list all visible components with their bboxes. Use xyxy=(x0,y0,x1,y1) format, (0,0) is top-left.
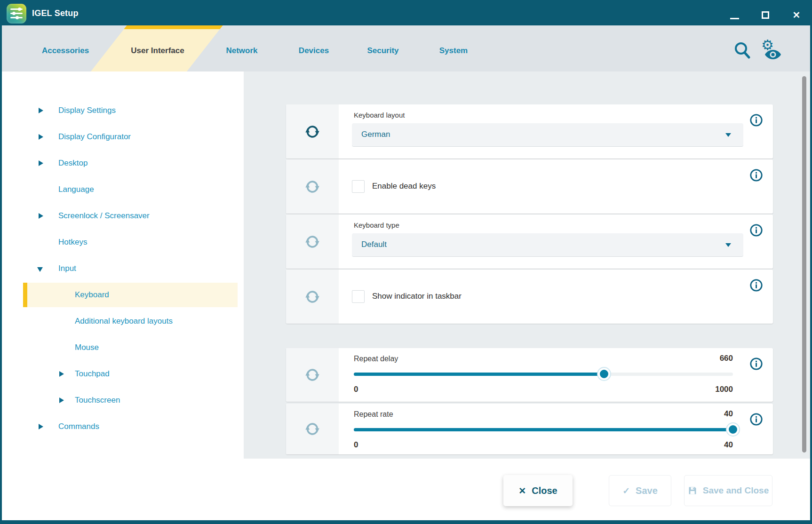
tab-accessories[interactable]: Accessories xyxy=(42,46,89,56)
slider-min: 0 xyxy=(354,440,358,450)
slider-label: Repeat delay xyxy=(354,355,398,363)
info-icon[interactable] xyxy=(750,224,763,237)
chevron-down-icon[interactable] xyxy=(37,267,43,272)
sidebar-item-desktop[interactable]: Desktop xyxy=(2,150,244,176)
chevron-right-icon[interactable] xyxy=(39,134,43,140)
info-icon[interactable] xyxy=(750,169,763,182)
slider-min: 0 xyxy=(354,385,358,394)
sidebar-item-display-settings[interactable]: Display Settings xyxy=(2,97,244,124)
setting-enable-dead-keys: Enable dead keys xyxy=(286,159,773,214)
sidebar-item-language[interactable]: Language xyxy=(2,176,244,203)
tab-user-interface[interactable]: User Interface xyxy=(131,46,184,56)
setup-visibility-icon[interactable]: ⚙ xyxy=(758,38,785,62)
setting-repeat-rate: Repeat rate 40 0 40 xyxy=(286,404,773,454)
chevron-right-icon[interactable] xyxy=(59,371,64,377)
slider-label: Repeat rate xyxy=(354,410,393,419)
titlebar: IGEL Setup ✕ xyxy=(2,2,810,25)
reset-to-default-icon[interactable] xyxy=(304,179,320,195)
info-icon[interactable] xyxy=(750,357,763,370)
enable-dead-keys-checkbox[interactable] xyxy=(352,180,365,193)
repeat-rate-slider[interactable] xyxy=(354,428,733,431)
reset-to-default-icon[interactable] xyxy=(304,421,320,437)
maximize-button[interactable] xyxy=(756,8,774,22)
tab-bar: Accessories User Interface Network Devic… xyxy=(2,25,810,71)
slider-thumb[interactable] xyxy=(598,368,610,380)
search-icon[interactable] xyxy=(732,40,753,61)
field-label: Keyboard type xyxy=(354,221,399,229)
sidebar-item-mouse[interactable]: Mouse xyxy=(2,334,244,361)
slider-thumb[interactable] xyxy=(727,423,739,436)
slider-max: 40 xyxy=(724,440,733,450)
chevron-down-icon xyxy=(725,133,731,137)
igel-setup-window: IGEL Setup ✕ Accessories User Interface … xyxy=(0,0,812,524)
setting-repeat-delay: Repeat delay 660 0 1000 xyxy=(286,348,773,402)
keyboard-type-dropdown[interactable]: Default xyxy=(352,233,743,257)
sidebar-item-touchpad[interactable]: Touchpad xyxy=(2,361,244,387)
chevron-right-icon[interactable] xyxy=(39,160,43,166)
vertical-scrollbar[interactable] xyxy=(802,76,806,453)
minimize-button[interactable] xyxy=(725,8,743,22)
info-icon[interactable] xyxy=(750,279,763,292)
save-button[interactable]: ✓ Save xyxy=(609,475,671,506)
setting-keyboard-type: Keyboard type Default xyxy=(286,214,773,269)
reset-to-default-icon[interactable] xyxy=(304,367,320,383)
body: Display Settings Display Configurator De… xyxy=(2,71,810,520)
reset-to-default-icon[interactable] xyxy=(304,234,320,250)
sidebar-item-additional-keyboard-layouts[interactable]: Additional keyboard layouts xyxy=(2,308,244,334)
save-and-close-button[interactable]: Save and Close xyxy=(684,475,772,506)
save-icon xyxy=(688,486,697,495)
info-icon[interactable] xyxy=(750,413,763,426)
sidebar-item-display-configurator[interactable]: Display Configurator xyxy=(2,124,244,150)
igel-logo-icon xyxy=(7,4,26,24)
sidebar-item-hotkeys[interactable]: Hotkeys xyxy=(2,229,244,255)
chevron-right-icon[interactable] xyxy=(39,424,43,429)
chevron-down-icon xyxy=(725,243,731,247)
checkbox-label: Enable dead keys xyxy=(372,182,436,191)
info-icon[interactable] xyxy=(750,114,763,127)
field-label: Keyboard layout xyxy=(354,111,405,119)
sidebar-item-keyboard[interactable]: Keyboard xyxy=(2,282,244,308)
tab-system[interactable]: System xyxy=(439,46,468,56)
navigation-tree: Display Settings Display Configurator De… xyxy=(2,71,244,520)
setting-show-indicator: Show indicator in taskbar xyxy=(286,270,773,324)
repeat-delay-slider[interactable] xyxy=(354,373,733,376)
setting-keyboard-layout: Keyboard layout German xyxy=(286,104,773,159)
dropdown-value: German xyxy=(361,130,390,139)
tab-devices[interactable]: Devices xyxy=(299,46,329,56)
close-window-button[interactable]: ✕ xyxy=(788,8,805,22)
window-title: IGEL Setup xyxy=(32,8,79,18)
sidebar-item-commands[interactable]: Commands xyxy=(2,413,244,440)
chevron-right-icon[interactable] xyxy=(59,397,64,403)
slider-max: 1000 xyxy=(715,385,733,394)
tab-network[interactable]: Network xyxy=(226,46,257,56)
slider-value: 660 xyxy=(720,354,733,363)
sidebar-item-touchscreen[interactable]: Touchscreen xyxy=(2,387,244,413)
sidebar-item-screenlock[interactable]: Screenlock / Screensaver xyxy=(2,203,244,229)
tab-security[interactable]: Security xyxy=(367,46,398,56)
reset-to-default-icon[interactable] xyxy=(304,124,320,140)
show-indicator-checkbox[interactable] xyxy=(352,290,365,303)
checkbox-label: Show indicator in taskbar xyxy=(372,292,462,301)
reset-to-default-icon[interactable] xyxy=(304,289,320,305)
check-icon: ✓ xyxy=(622,485,630,496)
close-button[interactable]: ✕ Close xyxy=(503,475,573,506)
sidebar-item-input[interactable]: Input xyxy=(2,255,244,282)
slider-value: 40 xyxy=(724,409,733,419)
selected-item-highlight xyxy=(23,283,238,307)
chevron-right-icon[interactable] xyxy=(39,213,43,219)
close-icon: ✕ xyxy=(518,485,526,496)
chevron-right-icon[interactable] xyxy=(39,108,43,113)
dropdown-value: Default xyxy=(361,240,387,249)
keyboard-layout-dropdown[interactable]: German xyxy=(352,123,743,147)
settings-panel: Keyboard layout German xyxy=(244,71,810,459)
